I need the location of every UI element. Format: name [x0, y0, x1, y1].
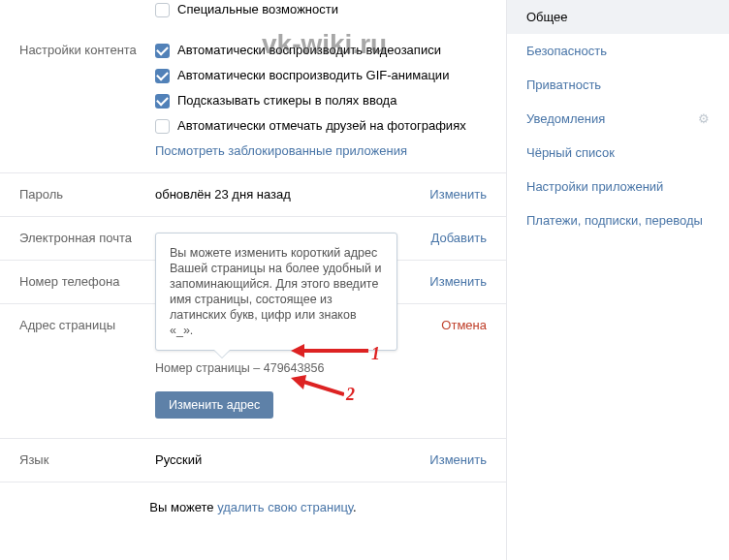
- language-value: Русский: [155, 451, 419, 470]
- nav-privacy[interactable]: Приватность: [507, 68, 729, 102]
- language-label: Язык: [19, 451, 155, 470]
- password-change-link[interactable]: Изменить: [419, 185, 487, 204]
- nav-notifications[interactable]: Уведомления ⚙: [507, 102, 729, 136]
- opt-autoplay-gif: Автоматически воспроизводить GIF-анимаци…: [177, 66, 449, 85]
- phone-change-link[interactable]: Изменить: [419, 272, 487, 292]
- nav-blacklist[interactable]: Чёрный список: [507, 136, 729, 170]
- phone-label: Номер телефона: [19, 272, 155, 292]
- nav-payments[interactable]: Платежи, подписки, переводы: [507, 203, 729, 237]
- annotation-number-2: 2: [346, 385, 355, 405]
- annotation-number-1: 1: [371, 344, 380, 364]
- email-add-link[interactable]: Добавить: [419, 229, 487, 248]
- gear-icon[interactable]: ⚙: [698, 111, 710, 126]
- password-value: обновлён 23 дня назад: [155, 185, 419, 204]
- checkbox-stickers[interactable]: [155, 94, 170, 109]
- content-settings-label: Настройки контента: [19, 41, 155, 60]
- nav-app-settings[interactable]: Настройки приложений: [507, 170, 729, 203]
- change-address-button[interactable]: Изменить адрес: [155, 391, 273, 419]
- opt-autoplay-video: Автоматически воспроизводить видеозаписи: [177, 41, 441, 60]
- delete-account-link[interactable]: удалить свою страницу: [217, 500, 353, 514]
- delete-account-row: Вы можете удалить свою страницу.: [0, 482, 506, 532]
- opt-tag-friends: Автоматически отмечать друзей на фотогра…: [177, 116, 466, 136]
- checkbox-autoplay-video[interactable]: [155, 44, 170, 58]
- email-label: Электронная почта: [19, 229, 155, 248]
- address-label: Адрес страницы: [19, 316, 155, 335]
- accessibility-label: Специальные возможности: [177, 0, 338, 19]
- settings-nav: Общее Безопасность Приватность Уведомлен…: [506, 0, 729, 560]
- nav-general[interactable]: Общее: [507, 0, 729, 34]
- password-label: Пароль: [19, 185, 155, 204]
- checkbox-tag-friends[interactable]: [155, 119, 170, 134]
- address-tooltip: Вы можете изменить короткий адрес Вашей …: [155, 233, 397, 351]
- checkbox-accessibility[interactable]: [155, 3, 170, 17]
- blocked-apps-link[interactable]: Посмотреть заблокированные приложения: [155, 141, 487, 161]
- checkbox-autoplay-gif[interactable]: [155, 69, 170, 83]
- nav-security[interactable]: Безопасность: [507, 34, 729, 68]
- address-cancel-link[interactable]: Отмена: [419, 316, 487, 335]
- language-change-link[interactable]: Изменить: [419, 451, 487, 470]
- opt-stickers: Подсказывать стикеры в полях ввода: [177, 91, 396, 110]
